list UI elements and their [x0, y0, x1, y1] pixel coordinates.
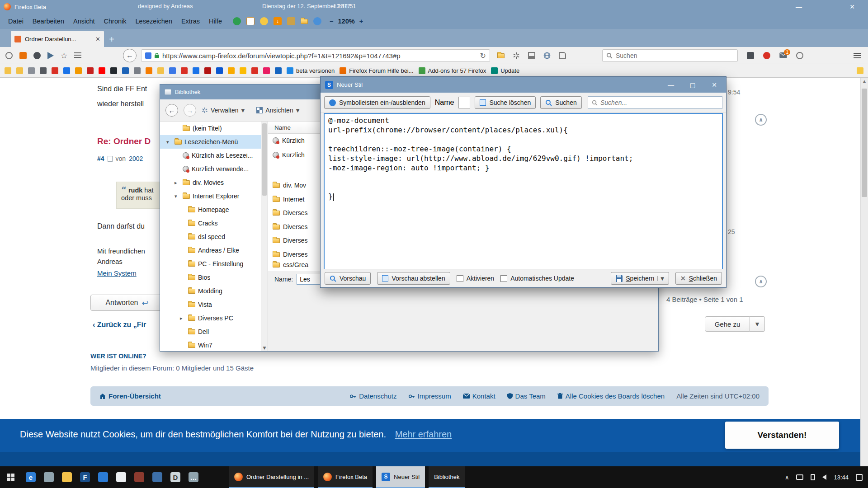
editor-search-input[interactable]	[600, 99, 718, 106]
back-button[interactable]: ←	[165, 104, 178, 117]
bookmark-favicon[interactable]	[228, 67, 235, 74]
tree-item[interactable]: dsl speed	[160, 230, 268, 244]
post-author-link[interactable]: 2002	[129, 155, 143, 162]
bookmark-favicon[interactable]	[28, 67, 35, 74]
tree-item[interactable]: Kürzlich als Lesezei...	[160, 149, 268, 162]
views-menu[interactable]: Ansichten ▼	[256, 107, 299, 114]
footer-link-datenschutz[interactable]: Datenschutz	[350, 392, 396, 400]
bookmark-favicon[interactable]	[157, 67, 164, 74]
footer-link-kontakt[interactable]: Kontakt	[463, 392, 495, 400]
paw-icon[interactable]	[33, 52, 41, 59]
menu-ansicht[interactable]: Ansicht	[69, 15, 99, 27]
bookmark-favicon[interactable]	[16, 67, 23, 74]
menu-hilfe[interactable]: Hilfe	[204, 15, 226, 27]
web-globe-icon[interactable]	[233, 17, 241, 25]
search-input[interactable]	[616, 52, 734, 59]
bookmark-favicon[interactable]	[40, 67, 47, 74]
taskbar-app-mail[interactable]	[94, 466, 112, 488]
reader-icon[interactable]	[559, 52, 566, 59]
tray-clock[interactable]: 13:44	[834, 474, 849, 481]
footer-link-das-team[interactable]: Das Team	[507, 392, 546, 400]
bookmarks-folder-icon[interactable]	[497, 53, 505, 58]
menu-datei[interactable]: Datei	[4, 15, 28, 27]
tree-item[interactable]: Kürzlich verwende...	[160, 162, 268, 176]
taskbar-app-d[interactable]: D	[166, 466, 184, 488]
minimize-icon[interactable]: —	[791, 0, 807, 14]
scroll-top-button[interactable]: ∧	[755, 276, 767, 287]
organize-menu[interactable]: Verwalten ▼	[202, 107, 245, 114]
taskbar-window-ordner[interactable]: Ordner Darstellung in ...	[229, 466, 314, 488]
bookmark-favicon[interactable]	[216, 67, 223, 74]
bookmark-item[interactable]: beta versionen	[287, 67, 335, 74]
notes-icon[interactable]	[246, 17, 255, 25]
bookmark-favicon[interactable]	[204, 67, 211, 74]
bookmark-favicon[interactable]	[263, 67, 270, 74]
auto-update-checkbox[interactable]	[500, 275, 507, 282]
battery-icon[interactable]	[811, 474, 815, 480]
menu-extras[interactable]: Extras	[177, 15, 204, 27]
preview-button[interactable]: Vorschau	[325, 272, 371, 285]
library-icon[interactable]	[747, 52, 754, 59]
tree-item[interactable]: Cracks	[160, 216, 268, 230]
star-icon[interactable]: ☆	[61, 51, 67, 60]
tree-item[interactable]: ▸Diverses PC	[160, 311, 268, 325]
scanner-icon[interactable]	[19, 52, 27, 59]
save-dropdown-icon[interactable]: ▼	[657, 276, 664, 281]
gear-icon[interactable]	[513, 52, 520, 59]
tool-icon[interactable]	[287, 17, 295, 25]
footer-link-impressum[interactable]: Impressum	[409, 392, 451, 400]
tree-item[interactable]: ▸div. Movies	[160, 176, 268, 189]
clear-search-button[interactable]: Suche löschen	[475, 96, 536, 109]
auto-update-checkbox-group[interactable]: Automatisches Update	[500, 275, 574, 282]
taskbar-app-notepad[interactable]	[112, 466, 130, 488]
editor-search-box[interactable]	[588, 96, 722, 109]
toggle-toolbars-button[interactable]: Symbolleisten ein-/ausblenden	[324, 96, 430, 109]
tree-item[interactable]: Bios	[160, 271, 268, 284]
tree-item-selected[interactable]: ▾Lesezeichen-Menü	[160, 135, 268, 149]
tray-expand-icon[interactable]: ∧	[785, 474, 789, 481]
tree-item[interactable]: Dell	[160, 325, 268, 338]
reload-icon[interactable]: ↻	[480, 52, 486, 60]
bookmark-favicon[interactable]	[110, 67, 117, 74]
taskbar-app-firefox[interactable]: F	[76, 466, 94, 488]
close-button[interactable]: ✕ Schließen	[675, 272, 722, 285]
twisty-closed-icon[interactable]: ▸	[175, 180, 180, 186]
bookmark-favicon[interactable]	[251, 67, 258, 74]
my-system-link[interactable]: Mein System	[97, 269, 137, 277]
close-icon[interactable]: ✕	[705, 77, 723, 93]
post-number[interactable]: #4	[97, 155, 104, 162]
bookmark-item[interactable]: Update	[491, 67, 519, 74]
bookmark-favicon[interactable]	[5, 67, 11, 74]
monitor-icon[interactable]	[796, 474, 803, 480]
post-title[interactable]: Re: Ordner D	[97, 136, 151, 146]
menu-icon[interactable]	[854, 53, 861, 58]
activate-checkbox[interactable]	[457, 275, 463, 282]
menu-lesezeichen[interactable]: Lesezeichen	[131, 15, 177, 27]
goto-dropdown[interactable]: Gehe zu ▼	[705, 316, 765, 332]
bookmark-favicon[interactable]	[134, 67, 141, 74]
taskbar-window-firefox-beta[interactable]: Firefox Beta	[318, 466, 373, 488]
cookie-accept-button[interactable]: Verstanden!	[725, 422, 839, 449]
scrollbar-down-icon[interactable]: ▼	[261, 346, 268, 350]
twisty-open-icon[interactable]: ▾	[175, 193, 180, 199]
scrollbar-up-icon[interactable]: ▲	[861, 79, 868, 84]
menu-chronik[interactable]: Chronik	[99, 15, 131, 27]
tree-item[interactable]: PC - Einstellung	[160, 257, 268, 271]
bookmark-favicon[interactable]	[275, 67, 282, 74]
taskbar-app-red[interactable]	[130, 466, 148, 488]
back-button[interactable]: ←	[123, 49, 137, 62]
taskbar-app-edge[interactable]: e	[22, 466, 40, 488]
bookmark-favicon[interactable]	[75, 67, 82, 74]
goto-arrow[interactable]: ▼	[750, 316, 765, 332]
bookmark-favicon[interactable]	[240, 67, 246, 74]
tree-item[interactable]: (kein Titel)	[160, 122, 268, 135]
taskbar-window-bibliothek[interactable]: Bibliothek	[429, 466, 465, 488]
smiley-icon[interactable]	[857, 67, 863, 74]
tree-scrollbar[interactable]: ▼	[261, 122, 268, 351]
save-button[interactable]: Speichern ▼	[611, 272, 669, 285]
reply-button[interactable]: Antworten ↩	[90, 295, 164, 311]
back-to-forum-link[interactable]: ‹ Zurück zu „Fir	[93, 321, 146, 329]
bookmark-favicon[interactable]	[146, 67, 152, 74]
twisty-closed-icon[interactable]: ▸	[180, 315, 185, 321]
taskbar-app-photos[interactable]	[148, 466, 166, 488]
